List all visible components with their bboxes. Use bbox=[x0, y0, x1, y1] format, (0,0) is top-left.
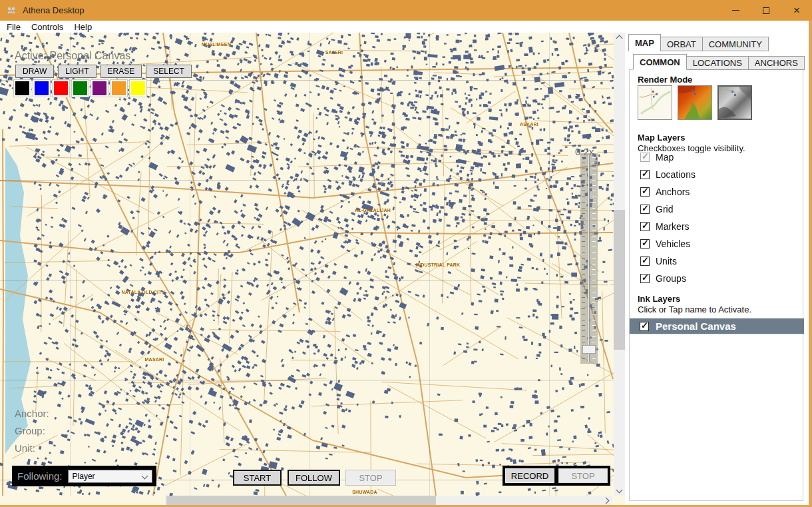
titlebar: Athena Desktop × bbox=[0, 0, 812, 21]
window-controls: × bbox=[720, 0, 812, 21]
layer-checkbox-grid[interactable]: ✓ bbox=[640, 205, 650, 214]
map-place-label: ASKARI bbox=[520, 122, 538, 127]
layer-label-anchors: Anchors bbox=[656, 187, 690, 197]
layer-row-groups: ✓Groups bbox=[640, 274, 696, 283]
ink-layer-label: Personal Canvas bbox=[656, 320, 736, 332]
layer-checkbox-groups[interactable]: ✓ bbox=[640, 274, 650, 283]
app-window: Athena Desktop × FileControlsHelp MUSLIM… bbox=[0, 0, 812, 507]
color-swatch-4[interactable] bbox=[91, 80, 108, 97]
render-mode-title: Render Mode bbox=[638, 75, 692, 85]
map-layers-subtitle: Checkboxes toggle visibility. bbox=[638, 143, 745, 153]
window-title: Athena Desktop bbox=[23, 5, 85, 15]
ink-layer-checkbox[interactable]: ✓ bbox=[640, 322, 649, 331]
record-button[interactable]: RECORD bbox=[505, 468, 554, 483]
scroll-right-icon[interactable] bbox=[600, 496, 611, 505]
erase-button[interactable]: ERASE bbox=[101, 65, 142, 78]
anchor-label: Anchor: bbox=[15, 408, 49, 425]
layer-row-units: ✓Units bbox=[640, 256, 696, 266]
map-place-label: SHUWADA bbox=[352, 490, 377, 494]
render-mode-map[interactable] bbox=[638, 85, 672, 120]
following-select[interactable]: Player bbox=[68, 470, 152, 483]
app-icon bbox=[6, 5, 17, 16]
panel-tabs: MAPORBATCOMMUNITY bbox=[628, 34, 769, 51]
color-swatch-1[interactable] bbox=[33, 80, 50, 97]
subtab-anchors[interactable]: ANCHORS bbox=[749, 56, 805, 70]
color-swatch-5[interactable] bbox=[110, 80, 127, 97]
heatmap-thumbnail bbox=[678, 86, 711, 119]
layer-checkbox-units[interactable]: ✓ bbox=[640, 256, 650, 266]
map-horizontal-scrollbar[interactable] bbox=[165, 496, 612, 505]
menu-help[interactable]: Help bbox=[69, 22, 97, 32]
start-button[interactable]: START bbox=[233, 470, 282, 486]
layer-row-grid: ✓Grid bbox=[640, 205, 696, 214]
menubar: FileControlsHelp bbox=[0, 21, 812, 33]
ink-color-palette bbox=[14, 80, 146, 97]
subtab-common[interactable]: COMMON bbox=[633, 54, 687, 70]
select-button[interactable]: SELECT bbox=[146, 65, 192, 78]
map-place-label: MASARI bbox=[145, 357, 164, 362]
slider-thumb[interactable] bbox=[582, 345, 596, 354]
slider-track bbox=[588, 155, 590, 362]
minimize-icon bbox=[732, 10, 739, 11]
color-swatch-6[interactable] bbox=[130, 80, 146, 97]
map-canvas[interactable] bbox=[0, 33, 614, 496]
stop-button: STOP bbox=[345, 470, 396, 486]
layer-checkbox-map: ✓ bbox=[640, 153, 650, 162]
menu-controls[interactable]: Controls bbox=[26, 22, 69, 32]
minimize-button[interactable] bbox=[720, 0, 751, 21]
maximize-icon bbox=[763, 7, 769, 14]
map-layers-list: ✓Map✓Locations✓Anchors✓Grid✓Markers✓Vehi… bbox=[640, 153, 696, 283]
menu-file[interactable]: File bbox=[1, 22, 26, 32]
horizontal-scroll-thumb[interactable] bbox=[166, 496, 436, 505]
elevation-thumbnail bbox=[719, 87, 751, 119]
tab-orbat[interactable]: ORBAT bbox=[661, 37, 703, 51]
layer-checkbox-vehicles[interactable]: ✓ bbox=[640, 239, 650, 249]
following-select-value: Player bbox=[73, 472, 95, 481]
map-place-label: INDUSTRIAL PARK bbox=[416, 262, 461, 267]
group-label: Group: bbox=[15, 425, 49, 442]
unit-label: Unit: bbox=[15, 442, 49, 460]
draw-button[interactable]: DRAW bbox=[15, 65, 54, 78]
map-area: MUSLIMEENSAJERIASKARIAL-GAZALIJAHINDUSTR… bbox=[0, 33, 625, 505]
following-label: Following: bbox=[17, 470, 63, 482]
render-mode-elevation[interactable] bbox=[717, 85, 752, 120]
layer-label-grid: Grid bbox=[656, 204, 673, 215]
scroll-down-icon[interactable] bbox=[614, 484, 625, 496]
vertical-scroll-thumb[interactable] bbox=[614, 210, 625, 350]
render-mode-options bbox=[638, 85, 752, 120]
light-button[interactable]: LIGHT bbox=[58, 65, 96, 78]
map-layers-title: Map Layers bbox=[638, 133, 686, 143]
status-overlay: Anchor: Group: Unit: bbox=[15, 408, 49, 460]
ink-layers-subtitle: Click or Tap name to Activate. bbox=[638, 304, 751, 314]
tab-community[interactable]: COMMUNITY bbox=[703, 37, 769, 51]
layer-checkbox-locations[interactable]: ✓ bbox=[640, 170, 650, 179]
recording-controls: RECORD STOP bbox=[503, 466, 610, 486]
subtab-locations[interactable]: LOCATIONS bbox=[687, 56, 749, 70]
maximize-button[interactable] bbox=[751, 0, 781, 21]
zoom-slider[interactable] bbox=[580, 153, 598, 364]
ink-layers-title: Ink Layers bbox=[638, 294, 680, 304]
layer-checkbox-anchors[interactable]: ✓ bbox=[640, 187, 650, 197]
layer-checkbox-markers[interactable]: ✓ bbox=[640, 222, 650, 231]
layer-row-map: ✓Map bbox=[640, 153, 696, 162]
color-swatch-3[interactable] bbox=[72, 80, 89, 97]
layer-row-anchors: ✓Anchors bbox=[640, 187, 696, 197]
layer-label-groups: Groups bbox=[656, 273, 686, 284]
chevron-down-icon bbox=[142, 472, 148, 479]
map-style-thumbnail bbox=[638, 86, 672, 119]
playback-controls: START FOLLOW STOP bbox=[233, 470, 396, 486]
map-vertical-scrollbar[interactable] bbox=[614, 33, 625, 496]
tab-map[interactable]: MAP bbox=[628, 34, 661, 51]
ink-layer-personal-canvas[interactable]: ✓Personal Canvas bbox=[630, 318, 804, 334]
layer-label-markers: Markers bbox=[656, 221, 690, 232]
active-ink-layer-label: Active: Personal Canvas bbox=[15, 50, 130, 62]
close-button[interactable]: × bbox=[781, 0, 812, 21]
color-swatch-0[interactable] bbox=[14, 80, 31, 97]
close-icon: × bbox=[793, 5, 800, 16]
follow-button[interactable]: FOLLOW bbox=[288, 470, 340, 486]
color-swatch-2[interactable] bbox=[53, 80, 69, 97]
ink-tool-buttons: DRAWLIGHTERASESELECT bbox=[15, 65, 192, 78]
render-mode-heatmap[interactable] bbox=[678, 85, 712, 120]
map-place-label: AL-GAZALIJAH bbox=[355, 208, 391, 213]
scroll-up-icon[interactable] bbox=[614, 33, 625, 44]
